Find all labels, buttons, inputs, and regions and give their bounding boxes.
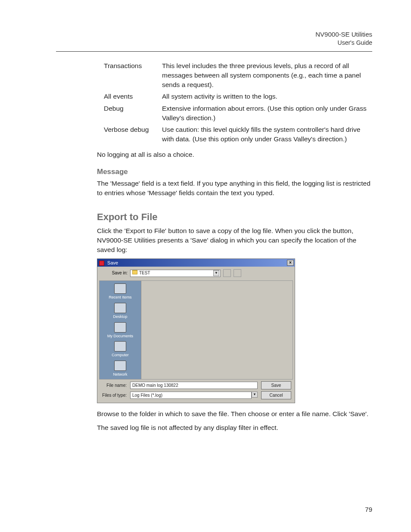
place-documents[interactable]: My Documents [107, 322, 133, 339]
place-recent[interactable]: Recent Items [109, 283, 131, 300]
doc-subtitle: User's Guide [39, 39, 372, 47]
export-intro: Click the 'Export to File' button to sav… [97, 226, 372, 254]
level-name: Debug [104, 104, 162, 125]
level-desc: All system activity is written to the lo… [162, 92, 372, 104]
save-dialog: Save × Save in: TEST ▼ Recent Items Desk… [97, 258, 295, 403]
header-rule [56, 51, 372, 52]
level-name: All events [104, 92, 162, 104]
level-desc: This level includes the three previous l… [162, 61, 372, 92]
level-desc: Use caution: this level quickly fills th… [162, 125, 372, 146]
dialog-titlebar: Save × [97, 259, 295, 267]
page-header: NV9000-SE Utilities User's Guide [39, 30, 372, 47]
save-in-value: TEST [139, 271, 150, 275]
file-type-select[interactable]: Log Files (*.log) [130, 392, 252, 399]
folder-icon [132, 270, 137, 274]
close-button[interactable]: × [287, 260, 294, 266]
place-computer[interactable]: Computer [112, 341, 129, 358]
app-icon [99, 261, 104, 266]
no-logging-note: No logging at all is also a choice. [97, 150, 372, 159]
body-content: Transactions This level includes the thr… [97, 61, 372, 432]
table-row: Transactions This level includes the thr… [104, 61, 372, 92]
toolbar-icon[interactable] [234, 269, 241, 277]
chevron-down-icon[interactable]: ▼ [213, 270, 219, 276]
file-type-label: Files of type: [101, 392, 127, 398]
level-name: Verbose debug [104, 125, 162, 146]
export-filter-note: The saved log file is not affected by an… [97, 423, 372, 432]
file-list-area[interactable] [141, 281, 293, 379]
page-number: 79 [365, 506, 372, 513]
file-name-input[interactable]: DEMO main log 130822 [130, 382, 258, 389]
level-name: Transactions [104, 61, 162, 92]
dialog-title-text: Save [107, 260, 118, 265]
place-desktop[interactable]: Desktop [113, 303, 127, 320]
doc-title: NV9000-SE Utilities [39, 30, 372, 39]
level-desc: Extensive information about errors. (Use… [162, 104, 372, 125]
message-paragraph: The 'Message' field is a text field. If … [97, 179, 372, 197]
desktop-icon [114, 303, 126, 313]
computer-icon [114, 341, 126, 352]
table-row: Debug Extensive information about errors… [104, 104, 372, 125]
export-browse-note: Browse to the folder in which to save th… [97, 409, 372, 419]
export-heading: Export to File [97, 211, 372, 224]
save-button[interactable]: Save [261, 381, 291, 389]
table-row: All events All system activity is writte… [104, 92, 372, 104]
message-heading: Message [97, 167, 372, 177]
table-row: Verbose debug Use caution: this level qu… [104, 125, 372, 146]
chevron-down-icon[interactable]: ▼ [252, 392, 258, 398]
network-icon [114, 361, 126, 371]
places-bar: Recent Items Desktop My Documents Comput… [100, 281, 141, 379]
toolbar-icon[interactable] [223, 269, 231, 277]
place-network[interactable]: Network [113, 361, 127, 377]
save-in-label: Save in: [102, 270, 128, 276]
save-in-dropdown[interactable]: TEST ▼ [130, 270, 221, 277]
file-name-label: File name: [101, 383, 127, 389]
documents-icon [114, 322, 126, 333]
cancel-button[interactable]: Cancel [261, 391, 291, 399]
log-levels-table: Transactions This level includes the thr… [104, 61, 372, 146]
recent-icon [114, 283, 126, 294]
